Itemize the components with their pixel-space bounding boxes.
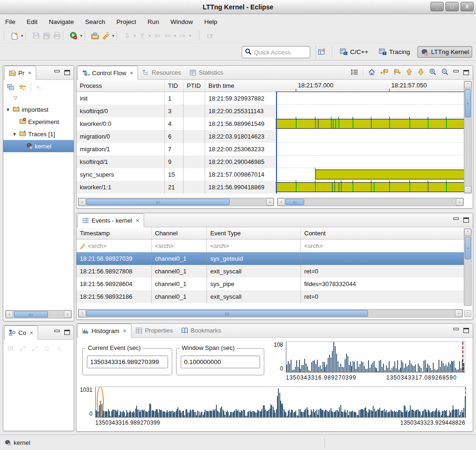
tree-expander-icon[interactable]: ▼ (5, 107, 11, 112)
window-span-input[interactable] (181, 356, 260, 368)
close-icon[interactable]: ✕ (28, 70, 31, 76)
new-wizard-icon[interactable] (9, 31, 20, 41)
run-external-tools-icon[interactable] (69, 31, 79, 41)
tab-statistics[interactable]: Statistics (185, 66, 228, 79)
view-menu-icon[interactable]: ▽ (3, 93, 74, 101)
tab-properties[interactable]: Properties (131, 324, 177, 337)
quick-access-input[interactable] (254, 49, 301, 56)
tab-bookmarks[interactable]: Bookmarks (177, 324, 225, 337)
next-event-icon[interactable] (393, 69, 401, 77)
minimize-view-icon[interactable] (453, 217, 459, 220)
minimize-window-button[interactable]: _ (430, 2, 444, 11)
process-row[interactable]: kworker/1:12118:21:56.990418869 (77, 181, 276, 194)
filter-channel[interactable]: <srch> (155, 242, 174, 249)
event-row[interactable]: 18:21:56.98927808channel0_1exit_syscallr… (77, 265, 464, 278)
scroll-right-icon[interactable]: › (456, 198, 463, 206)
menu-window[interactable]: Window (170, 18, 193, 25)
perspective-cpp[interactable]: C C/C++ (337, 47, 371, 57)
perspective-tracing[interactable]: T Tracing (376, 47, 413, 57)
previous-process-icon[interactable] (406, 68, 413, 77)
show-legend-icon[interactable] (351, 69, 358, 77)
open-perspective-icon[interactable] (317, 47, 327, 57)
process-row[interactable]: migration/0618:22:03.918014623 (77, 130, 276, 143)
tree-item-experiment[interactable]: Experiment (3, 116, 74, 128)
process-row[interactable]: ksoftirqd/0318:22:00.255311143 (77, 105, 276, 117)
scroll-up-icon[interactable]: ˆ (464, 229, 471, 236)
menu-edit[interactable]: Edit (27, 18, 38, 25)
maximize-view-icon[interactable] (463, 328, 469, 333)
tab-control-flow[interactable]: Control Flow ✕ (77, 66, 138, 80)
tree-item-traces-1-[interactable]: ▼Traces [1] (3, 128, 74, 140)
menu-navigate[interactable]: Navigate (49, 18, 74, 25)
project-explorer-hscrollbar[interactable]: ‹ › ||| (5, 310, 72, 318)
events-hscrollbar[interactable]: ‹ › ||| (78, 309, 463, 318)
column-tid[interactable]: TID (165, 80, 184, 92)
tab-histogram[interactable]: Histogram ✕ (77, 324, 131, 338)
control-flow-timeline[interactable] (276, 92, 464, 194)
control-flow-table-hscrollbar[interactable]: ‹ › ||| (78, 198, 274, 206)
new-wizard-dropdown[interactable]: ▾ (20, 33, 24, 38)
close-icon[interactable]: ✕ (136, 218, 139, 223)
link-with-editor-icon[interactable] (19, 84, 26, 92)
tab-control[interactable]: Co ✕ (4, 326, 38, 340)
process-row[interactable]: migration/1718:22:00.253063233 (77, 143, 276, 155)
close-icon[interactable]: ✕ (30, 330, 33, 335)
process-row[interactable]: sync_supers1518:21:57.009867014 (77, 168, 276, 181)
filter-timestamp[interactable]: <srch> (88, 242, 107, 249)
window-histogram[interactable] (286, 341, 465, 372)
menu-project[interactable]: Project (116, 18, 136, 25)
process-row[interactable]: init118:21:59.329937882 (77, 92, 276, 105)
column-birth-time[interactable]: Birth time (205, 80, 276, 92)
control-flow-chart-hscrollbar[interactable]: ‹ › ||| (277, 198, 464, 206)
maximize-window-button[interactable]: □ (445, 2, 459, 11)
column-channel[interactable]: Channel (152, 227, 207, 239)
scroll-down-icon[interactable]: ˇ (464, 186, 471, 193)
minimize-view-icon[interactable] (54, 330, 60, 332)
close-icon[interactable]: ✕ (130, 70, 133, 76)
column-event-type[interactable]: Event Type (207, 227, 301, 239)
home-icon[interactable] (368, 69, 376, 77)
search-icon[interactable] (100, 31, 111, 41)
quick-access-box[interactable] (242, 46, 310, 58)
search-dropdown[interactable]: ▾ (111, 33, 115, 38)
event-row[interactable]: 18:21:56.98932186channel0_1exit_syscallr… (77, 290, 464, 303)
tab-project-explorer[interactable]: Pr ✕ (4, 66, 36, 80)
state-bar-kworker-1-1[interactable] (276, 182, 464, 192)
maximize-view-icon[interactable] (463, 70, 469, 75)
process-row[interactable]: ksoftirqd/1918:22:00.290046985 (77, 155, 276, 168)
status-grip[interactable] (324, 438, 325, 447)
scroll-right-icon[interactable]: › (64, 310, 71, 318)
zoom-out-icon[interactable] (441, 68, 449, 77)
minimize-view-icon[interactable] (453, 328, 459, 330)
menu-run[interactable]: Run (147, 18, 159, 25)
scroll-left-icon[interactable]: ‹ (277, 198, 285, 206)
tree-item-kernel[interactable]: Rkernel (3, 140, 74, 152)
tab-events[interactable]: Events - kernel ✕ (77, 213, 144, 227)
scroll-left-icon[interactable]: ‹ (78, 310, 86, 317)
selection-ellipse[interactable]: + (97, 387, 104, 418)
zoom-in-icon[interactable] (429, 68, 437, 77)
next-process-icon[interactable] (417, 68, 424, 77)
current-event-input[interactable] (87, 356, 168, 368)
control-flow-table-header[interactable]: Process TID PTID Birth time (77, 80, 276, 92)
menu-search[interactable]: Search (85, 18, 105, 25)
maximize-view-icon[interactable] (64, 330, 70, 335)
scroll-right-icon[interactable]: › (266, 198, 274, 206)
column-content[interactable]: Content (301, 227, 464, 239)
filter-event-type[interactable]: <srch> (210, 242, 229, 249)
state-bar-kworker-0-0[interactable] (276, 119, 464, 129)
menu-help[interactable]: Help (204, 18, 217, 25)
events-table-header[interactable]: Timestamp Channel Event Type Content (77, 227, 464, 240)
collapse-all-icon[interactable] (7, 84, 15, 92)
scroll-down-icon[interactable]: ˇ (464, 310, 471, 317)
minimize-view-icon[interactable] (453, 70, 459, 72)
tree-expander-icon[interactable]: ▼ (12, 132, 17, 137)
menu-file[interactable]: File (5, 18, 15, 25)
filter-content[interactable]: <srch> (304, 242, 323, 249)
process-row[interactable]: kworker/0:0418:21:56.989961549 (77, 117, 276, 130)
open-trace-icon[interactable] (90, 31, 100, 41)
scroll-up-icon[interactable]: ˆ (464, 81, 471, 88)
scroll-right-icon[interactable]: › (455, 310, 462, 317)
events-vscrollbar[interactable]: ˆ ≡ (464, 228, 472, 306)
event-row[interactable]: 18:21:56.98928604channel0_1sys_pipefilde… (77, 278, 464, 290)
